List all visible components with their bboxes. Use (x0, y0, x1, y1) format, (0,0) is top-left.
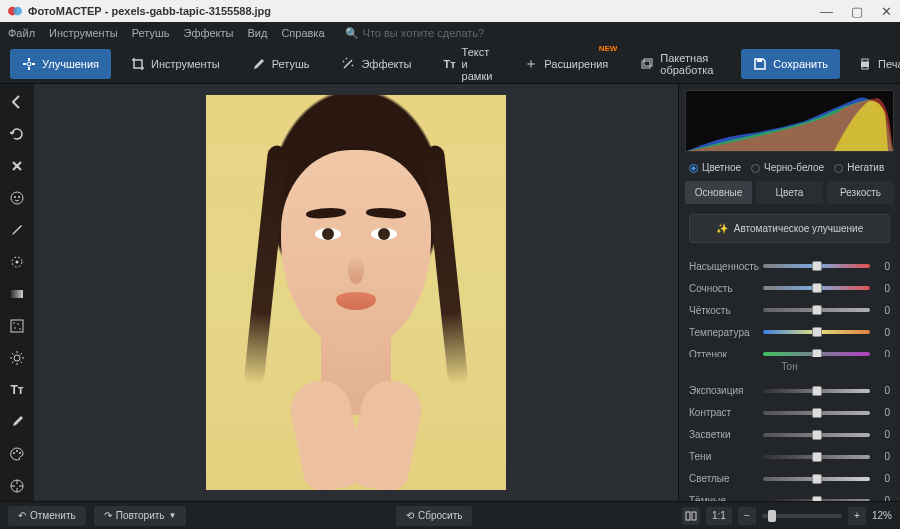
svg-point-1 (13, 7, 22, 16)
menubar: Файл Инструменты Ретушь Эффекты Вид Спра… (0, 22, 900, 44)
slider-thumb[interactable] (812, 283, 822, 293)
slider-чёткость[interactable]: Чёткость0 (689, 299, 890, 321)
slider-thumb[interactable] (812, 452, 822, 462)
tab-enhance[interactable]: Улучшения (10, 49, 111, 79)
svg-point-16 (18, 196, 20, 198)
zoom-slider[interactable] (762, 514, 842, 518)
svg-rect-7 (642, 61, 650, 68)
close-icon[interactable]: ✕ (881, 4, 892, 19)
slider-track[interactable] (763, 477, 870, 481)
back-icon[interactable] (7, 92, 27, 112)
slider-thumb[interactable] (812, 474, 822, 484)
tab-effects[interactable]: Эффекты (329, 49, 423, 79)
slider-track[interactable] (763, 308, 870, 312)
slider-track[interactable] (763, 433, 870, 437)
slider-thumb[interactable] (812, 261, 822, 271)
menu-retouch[interactable]: Ретушь (132, 27, 170, 39)
auto-enhance-button[interactable]: ✨ Автоматическое улучшение (689, 214, 890, 243)
svg-point-15 (14, 196, 16, 198)
slider-value: 0 (876, 349, 890, 357)
tab-batch[interactable]: Пакетная обработка (628, 49, 725, 79)
slider-label: Контраст (689, 407, 757, 418)
menu-help[interactable]: Справка (281, 27, 324, 39)
subtab-sharp[interactable]: Резкость (827, 181, 894, 204)
slider-track[interactable] (763, 264, 870, 268)
slider-thumb[interactable] (812, 408, 822, 418)
slider-сочность[interactable]: Сочность0 (689, 277, 890, 299)
slider-экспозиция[interactable]: Экспозиция0 (689, 380, 890, 402)
mode-color[interactable]: Цветное (689, 162, 741, 173)
menu-effects[interactable]: Эффекты (183, 27, 233, 39)
wand-icon (341, 57, 355, 71)
slider-track[interactable] (763, 389, 870, 393)
svg-point-21 (13, 322, 15, 324)
wand-icon: ✨ (716, 223, 728, 234)
slider-температура[interactable]: Температура0 (689, 321, 890, 343)
undo-button[interactable]: ↶Отменить (8, 506, 86, 526)
window-title: ФотоМАСТЕР - pexels-gabb-tapic-3155588.j… (28, 5, 820, 17)
slider-thumb[interactable] (812, 386, 822, 396)
tab-tools[interactable]: Инструменты (119, 49, 232, 79)
menu-view[interactable]: Вид (247, 27, 267, 39)
mode-neg[interactable]: Негатив (834, 162, 884, 173)
reset-button[interactable]: ⟲Сбросить (396, 506, 472, 526)
slider-тени[interactable]: Тени0 (689, 446, 890, 468)
menu-file[interactable]: Файл (8, 27, 35, 39)
print-button[interactable]: Печать (848, 49, 900, 79)
menu-search[interactable]: 🔍 Что вы хотите сделать? (345, 27, 485, 40)
target-icon[interactable] (7, 476, 27, 496)
subtab-basic[interactable]: Основные (685, 181, 752, 204)
slider-тёмные[interactable]: Тёмные0 (689, 490, 890, 501)
paint-icon[interactable] (7, 220, 27, 240)
text-tool-icon[interactable]: Tт (7, 380, 27, 400)
heal-icon[interactable] (7, 156, 27, 176)
svg-point-24 (19, 328, 21, 330)
bottombar: ↶Отменить ↷Повторить ▼ ⟲Сбросить 1:1 − +… (0, 501, 900, 529)
fit-button[interactable]: 1:1 (706, 507, 732, 525)
slider-label: Тёмные (689, 495, 757, 501)
slider-светлые[interactable]: Светлые0 (689, 468, 890, 490)
redo-button[interactable]: ↷Повторить ▼ (94, 506, 187, 526)
slider-оттенок[interactable]: Оттенок0 (689, 343, 890, 357)
save-button[interactable]: Сохранить (741, 49, 840, 79)
slider-track[interactable] (763, 330, 870, 334)
subtab-colors[interactable]: Цвета (756, 181, 823, 204)
compare-button[interactable] (682, 507, 700, 525)
menu-tools[interactable]: Инструменты (49, 27, 118, 39)
zoom-out-button[interactable]: − (738, 507, 756, 525)
slider-thumb[interactable] (812, 496, 822, 501)
svg-rect-8 (644, 59, 652, 66)
slider-засветки[interactable]: Засветки0 (689, 424, 890, 446)
text-icon: Tт (443, 58, 455, 70)
slider-track[interactable] (763, 352, 870, 356)
radial-icon[interactable] (7, 252, 27, 272)
palette-icon[interactable] (7, 444, 27, 464)
tab-retouch[interactable]: Ретушь (240, 49, 322, 79)
maximize-icon[interactable]: ▢ (851, 4, 863, 19)
sun-icon[interactable] (7, 348, 27, 368)
slider-thumb[interactable] (812, 327, 822, 337)
rotate-icon[interactable] (7, 124, 27, 144)
slider-label: Оттенок (689, 349, 757, 357)
gradient-icon[interactable] (7, 284, 27, 304)
slider-thumb[interactable] (812, 305, 822, 315)
slider-track[interactable] (763, 499, 870, 501)
svg-point-6 (27, 62, 31, 66)
tab-extensions[interactable]: ＋ Расширения NEW (512, 49, 620, 79)
slider-track[interactable] (763, 411, 870, 415)
slider-thumb[interactable] (812, 349, 822, 357)
slider-контраст[interactable]: Контраст0 (689, 402, 890, 424)
minimize-icon[interactable]: — (820, 4, 833, 19)
tab-text[interactable]: Tт Текст и рамки (431, 49, 504, 79)
slider-thumb[interactable] (812, 430, 822, 440)
dropper-icon[interactable] (7, 412, 27, 432)
canvas[interactable] (34, 84, 678, 501)
slider-насыщенность[interactable]: Насыщенность0 (689, 255, 890, 277)
mode-bw[interactable]: Черно-белое (751, 162, 824, 173)
face-icon[interactable] (7, 188, 27, 208)
svg-point-27 (16, 450, 18, 452)
slider-track[interactable] (763, 286, 870, 290)
slider-track[interactable] (763, 455, 870, 459)
zoom-in-button[interactable]: + (848, 507, 866, 525)
grain-icon[interactable] (7, 316, 27, 336)
